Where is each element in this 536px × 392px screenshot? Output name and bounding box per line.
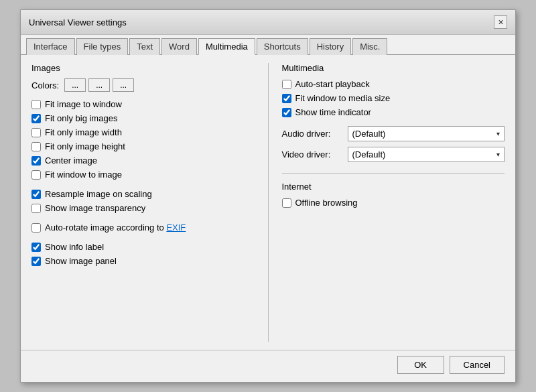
resample-checkbox[interactable] [31,190,41,199]
checkbox-offline: Offline browsing [282,197,505,208]
fit-height-checkbox[interactable] [31,142,41,151]
video-driver-select[interactable]: (Default) ▾ [348,147,505,162]
video-driver-value: (Default) [352,149,386,159]
colors-label: Colors: [31,80,59,90]
image-panel-label[interactable]: Show image panel [45,256,117,266]
cancel-button[interactable]: Cancel [450,356,505,374]
tab-word[interactable]: Word [161,38,197,55]
internet-section-label: Internet [282,182,505,192]
tab-text[interactable]: Text [129,38,160,55]
checkbox-time-indicator: Show time indicator [282,107,505,118]
info-label-text[interactable]: Show info label [45,242,104,252]
checkbox-fit-win-img: Fit window to image [31,169,255,180]
fit-win-img-label[interactable]: Fit window to image [45,170,122,180]
fit-width-checkbox[interactable] [31,128,41,137]
transparency-label[interactable]: Show image transparency [45,203,145,213]
audio-driver-label: Audio driver: [282,129,342,139]
audio-driver-row: Audio driver: (Default) ▾ [282,126,505,141]
checkbox-autorotate: Auto-rotate image according to EXIF [31,222,255,233]
checkbox-fit-width: Fit only image width [31,127,255,138]
tab-interface[interactable]: Interface [26,38,75,55]
dialog-title: Universal Viewer settings [29,17,127,27]
checkbox-fit-big: Fit only big images [31,113,255,124]
fit-height-label[interactable]: Fit only image height [45,141,125,151]
fit-big-checkbox[interactable] [31,114,41,123]
fit-width-label[interactable]: Fit only image width [45,127,122,137]
transparency-checkbox[interactable] [31,204,41,213]
autorotate-checkbox[interactable] [31,223,41,233]
color-btn-3[interactable]: ... [113,78,134,92]
tab-history[interactable]: History [310,38,351,55]
tab-filetypes[interactable]: File types [76,38,129,55]
ok-button[interactable]: OK [397,356,444,374]
tab-misc[interactable]: Misc. [352,38,387,55]
video-driver-row: Video driver: (Default) ▾ [282,147,505,162]
video-driver-label: Video driver: [282,149,342,159]
autostart-label[interactable]: Auto-start playback [295,79,370,89]
fit-win-img-checkbox[interactable] [31,170,41,180]
right-panel: Multimedia Auto-start playback Fit windo… [282,63,505,342]
info-label-checkbox[interactable] [31,243,41,252]
tab-bar: Interface File types Text Word Multimedi… [21,35,515,55]
audio-driver-value: (Default) [352,129,386,139]
checkbox-image-panel: Show image panel [31,255,255,267]
fit-media-label[interactable]: Fit window to media size [295,93,391,103]
checkbox-transparency: Show image transparency [31,202,255,214]
time-indicator-label[interactable]: Show time indicator [295,107,371,117]
color-btn-2[interactable]: ... [88,78,110,92]
autostart-checkbox[interactable] [282,80,291,89]
exif-link[interactable]: EXIF [166,222,186,233]
internet-section: Internet Offline browsing [282,173,505,208]
resample-label[interactable]: Resample image on scaling [45,189,152,199]
fit-media-checkbox[interactable] [282,94,291,103]
offline-checkbox[interactable] [282,198,291,208]
autorotate-label[interactable]: Auto-rotate image according to EXIF [45,222,186,233]
audio-driver-arrow: ▾ [496,130,500,137]
color-btn-1[interactable]: ... [64,78,86,92]
checkbox-info-label: Show info label [31,241,255,253]
checkbox-autostart: Auto-start playback [282,78,505,90]
checkbox-fit-window: Fit image to window [31,99,255,110]
multimedia-section-label: Multimedia [282,63,505,73]
dialog: Universal Viewer settings ✕ Interface Fi… [20,9,516,383]
tab-multimedia[interactable]: Multimedia [198,38,255,55]
checkbox-fit-media: Fit window to media size [282,92,505,104]
panel-divider [268,63,269,342]
center-checkbox[interactable] [31,156,41,166]
tab-shortcuts[interactable]: Shortcuts [257,38,308,55]
images-panel: Images Colors: ... ... ... Fit image to … [31,63,255,342]
time-indicator-checkbox[interactable] [282,108,291,117]
offline-label[interactable]: Offline browsing [295,198,358,208]
fit-window-checkbox[interactable] [31,100,41,109]
content-area: Images Colors: ... ... ... Fit image to … [21,55,515,350]
audio-driver-select[interactable]: (Default) ▾ [348,126,505,141]
center-label[interactable]: Center image [45,155,97,166]
images-section-label: Images [31,63,255,73]
image-panel-checkbox[interactable] [31,257,41,266]
video-driver-arrow: ▾ [496,151,500,158]
dialog-footer: OK Cancel [21,350,515,382]
checkbox-center: Center image [31,155,255,166]
colors-row: Colors: ... ... ... [31,78,255,92]
fit-big-label[interactable]: Fit only big images [45,113,117,123]
title-bar: Universal Viewer settings ✕ [21,10,515,35]
checkbox-fit-height: Fit only image height [31,141,255,152]
checkbox-resample: Resample image on scaling [31,188,255,200]
fit-window-label[interactable]: Fit image to window [45,99,122,109]
close-button[interactable]: ✕ [494,15,507,29]
